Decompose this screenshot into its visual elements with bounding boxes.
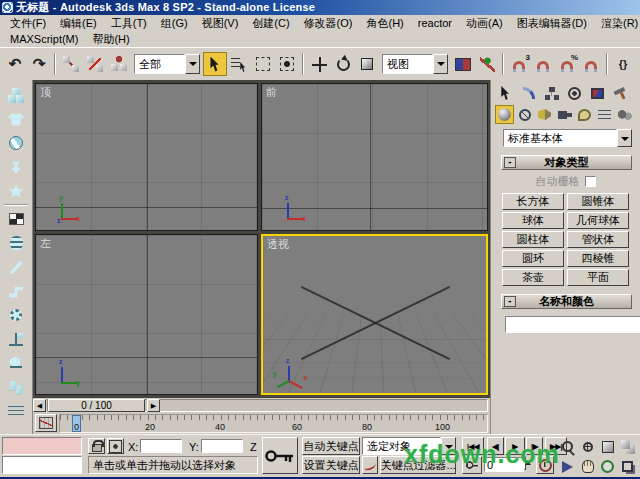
absolute-mode-toggle[interactable] — [107, 438, 124, 454]
viewport-left[interactable]: 左 z y — [35, 234, 258, 395]
viewport-top-label[interactable]: 顶 — [40, 85, 51, 100]
x-coordinate-field[interactable] — [140, 439, 182, 453]
shelf-waves-button[interactable] — [2, 399, 30, 423]
tab-motion[interactable] — [564, 83, 585, 103]
box-button[interactable]: 长方体 — [502, 193, 564, 210]
select-and-link-button[interactable] — [59, 52, 83, 76]
shelf-ball-button[interactable] — [2, 131, 30, 155]
pan-button[interactable] — [578, 457, 597, 476]
menu-reactor[interactable]: reactor — [411, 16, 459, 30]
angle-snap-button[interactable] — [531, 52, 555, 76]
viewport-front-label[interactable]: 前 — [266, 85, 277, 100]
menu-character[interactable]: 角色(H) — [360, 15, 411, 32]
viewport-left-label[interactable]: 左 — [40, 236, 51, 251]
zoom-extents-all-button[interactable] — [618, 437, 637, 456]
collapse-minus-icon[interactable]: - — [504, 296, 516, 307]
time-slider-next-button[interactable]: ▶ — [147, 399, 160, 412]
menu-edit[interactable]: 编辑(E) — [53, 15, 104, 32]
maxscript-mini-listener-white[interactable] — [2, 456, 82, 474]
torus-button[interactable]: 圆环 — [502, 250, 564, 267]
snap-toggle-button[interactable]: 3 — [507, 52, 531, 76]
viewport-front[interactable]: 前 z x — [261, 83, 488, 231]
window-crossing-button[interactable] — [275, 52, 299, 76]
reference-coordsys-dropdown[interactable]: 视图 — [382, 54, 448, 74]
open-mini-curve-editor-button[interactable] — [35, 414, 57, 432]
select-and-scale-button[interactable] — [355, 52, 379, 76]
name-color-rollout-header[interactable]: - 名称和颜色 — [501, 294, 632, 309]
min-max-toggle-button[interactable] — [618, 457, 637, 476]
tab-create[interactable] — [495, 83, 516, 103]
use-center-button[interactable] — [451, 52, 475, 76]
menu-graph-editors[interactable]: 图表编辑器(D) — [510, 15, 594, 32]
shelf-spintop-button[interactable] — [2, 155, 30, 179]
shelf-spring-button[interactable] — [2, 231, 30, 255]
menu-rendering[interactable]: 渲染(R) — [594, 15, 640, 32]
shelf-hinge-button[interactable] — [2, 279, 30, 303]
viewport-top[interactable]: 顶 y x z — [35, 83, 258, 231]
plane-button[interactable]: 平面 — [567, 269, 629, 286]
collapse-minus-icon[interactable]: - — [504, 157, 516, 168]
arc-rotate-button[interactable] — [598, 457, 617, 476]
set-key-button[interactable]: 设置关键点 — [302, 456, 360, 474]
select-object-button[interactable] — [203, 52, 227, 76]
shelf-cubes-button[interactable] — [2, 83, 30, 107]
shelf-knife-button[interactable] — [2, 255, 30, 279]
zoom-button[interactable] — [558, 437, 577, 456]
sphere-button[interactable]: 球体 — [502, 212, 564, 229]
named-selection-sets-button[interactable]: {} — [611, 52, 635, 76]
dropdown-arrow-icon[interactable] — [617, 129, 632, 147]
select-by-name-button[interactable] — [227, 52, 251, 76]
category-lights-button[interactable] — [535, 105, 554, 124]
category-shapes-button[interactable] — [515, 105, 534, 124]
spinner-snap-button[interactable] — [579, 52, 603, 76]
menu-tools[interactable]: 工具(T) — [104, 15, 154, 32]
title-bar[interactable]: 无标题 - Autodesk 3ds Max 8 SP2 - Stand-alo… — [0, 0, 640, 15]
shelf-shirt-button[interactable] — [2, 107, 30, 131]
shelf-patch-button[interactable] — [2, 207, 30, 231]
geosphere-button[interactable]: 几何球体 — [567, 212, 629, 229]
default-tangent-button[interactable] — [362, 456, 378, 474]
select-and-move-button[interactable] — [307, 52, 331, 76]
primitive-category-dropdown[interactable]: 标准基本体 — [503, 129, 632, 147]
tube-button[interactable]: 管状体 — [567, 231, 629, 248]
set-keys-button[interactable] — [262, 437, 298, 474]
teapot-button[interactable]: 茶壶 — [502, 269, 564, 286]
time-slider-prev-button[interactable]: ◀ — [33, 399, 46, 412]
menu-group[interactable]: 组(G) — [154, 15, 195, 32]
shelf-footsteps-button[interactable] — [2, 375, 30, 399]
menu-modifiers[interactable]: 修改器(O) — [297, 15, 360, 32]
maxscript-mini-listener-pink[interactable] — [2, 437, 82, 455]
tab-hierarchy[interactable] — [541, 83, 562, 103]
category-systems-button[interactable] — [615, 105, 634, 124]
category-cameras-button[interactable] — [555, 105, 574, 124]
field-of-view-button[interactable] — [558, 457, 577, 476]
tab-display[interactable] — [587, 83, 608, 103]
dropdown-arrow-icon[interactable] — [185, 54, 200, 74]
menu-maxscript[interactable]: MAXScript(M) — [3, 32, 85, 46]
tab-modify[interactable] — [518, 83, 539, 103]
shelf-wind-button[interactable] — [2, 351, 30, 375]
object-name-input[interactable] — [505, 316, 640, 333]
shelf-star-button[interactable] — [2, 179, 30, 203]
zoom-all-button[interactable] — [578, 437, 597, 456]
category-geometry-button[interactable] — [495, 105, 514, 124]
percent-snap-button[interactable]: % — [555, 52, 579, 76]
menu-create[interactable]: 创建(C) — [245, 15, 296, 32]
menu-file[interactable]: 文件(F) — [3, 15, 53, 32]
select-and-manipulate-button[interactable] — [475, 52, 499, 76]
menu-views[interactable]: 视图(V) — [195, 15, 246, 32]
auto-key-button[interactable]: 自动关键点 — [302, 437, 360, 455]
zoom-extents-button[interactable] — [598, 437, 617, 456]
dropdown-arrow-icon[interactable] — [433, 54, 448, 74]
shelf-daylight-button[interactable] — [2, 327, 30, 351]
time-slider-handle[interactable]: 0 / 100 — [48, 399, 145, 412]
shelf-gear-button[interactable] — [2, 303, 30, 327]
object-type-rollout-header[interactable]: - 对象类型 — [501, 155, 632, 170]
category-helpers-button[interactable] — [575, 105, 594, 124]
select-and-rotate-button[interactable] — [331, 52, 355, 76]
cone-button[interactable]: 圆锥体 — [567, 193, 629, 210]
tab-utilities[interactable] — [610, 83, 631, 103]
y-coordinate-field[interactable] — [201, 439, 243, 453]
viewport-perspective-active[interactable]: 透视 z x y — [261, 234, 488, 395]
cylinder-button[interactable]: 圆柱体 — [502, 231, 564, 248]
